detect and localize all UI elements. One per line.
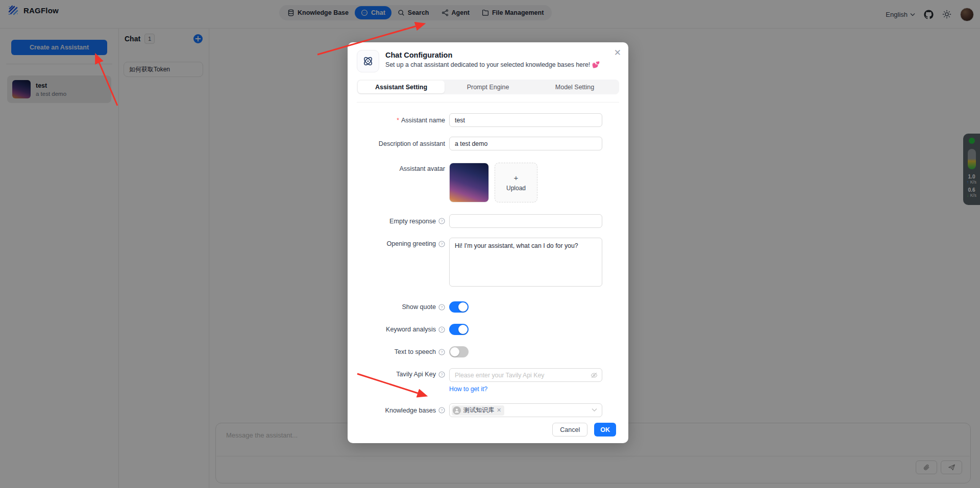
form-row-text-to-speech: Text to speech ? xyxy=(348,346,628,357)
svg-text:?: ? xyxy=(440,350,443,354)
form-row-keyword-analysis: Keyword analysis ? xyxy=(348,324,628,335)
required-mark: * xyxy=(397,117,399,124)
avatar-upload-button[interactable]: + Upload xyxy=(495,163,537,202)
form-row-avatar: Assistant avatar + Upload xyxy=(348,163,628,202)
tab-assistant-setting[interactable]: Assistant Setting xyxy=(358,81,445,93)
form-row-empty-response: Empty response ? xyxy=(348,214,628,228)
form-row-opening-greeting: Opening greeting ? Hi! I'm your assistan… xyxy=(348,238,628,289)
empty-response-input[interactable] xyxy=(449,214,602,228)
assistant-avatar-preview[interactable] xyxy=(449,163,489,202)
tag-remove-icon[interactable]: ✕ xyxy=(497,407,501,413)
svg-text:?: ? xyxy=(440,242,443,246)
tab-model-setting[interactable]: Model Setting xyxy=(531,81,618,93)
help-icon[interactable]: ? xyxy=(438,304,445,311)
ok-button[interactable]: OK xyxy=(594,423,616,436)
tavily-how-to-get-link[interactable]: How to get it? xyxy=(449,386,487,393)
cancel-button[interactable]: Cancel xyxy=(552,423,587,436)
close-icon[interactable]: ✕ xyxy=(614,48,621,57)
text-to-speech-toggle[interactable] xyxy=(449,346,469,357)
form-row-knowledge-bases: Knowledge bases ? 测试知识库 ✕ xyxy=(348,403,628,417)
modal-tabs: Assistant Setting Prompt Engine Model Se… xyxy=(357,80,619,94)
help-icon[interactable]: ? xyxy=(438,326,445,333)
svg-text:?: ? xyxy=(440,372,443,377)
svg-text:?: ? xyxy=(440,305,443,310)
help-icon[interactable]: ? xyxy=(438,407,445,414)
modal-title: Chat Configuration xyxy=(385,50,600,59)
assistant-name-input[interactable] xyxy=(449,113,602,127)
form-row-description: Description of assistant xyxy=(348,137,628,150)
tab-prompt-engine[interactable]: Prompt Engine xyxy=(445,81,531,93)
help-icon[interactable]: ? xyxy=(438,218,445,224)
kb-avatar-icon xyxy=(453,406,461,415)
opening-greeting-textarea[interactable]: Hi! I'm your assistant, what can I do fo… xyxy=(449,238,602,287)
chevron-down-icon xyxy=(592,408,597,412)
atom-icon xyxy=(361,55,375,68)
chat-configuration-modal: ✕ Chat Configuration Set up a chat assis… xyxy=(348,42,628,443)
help-icon[interactable]: ? xyxy=(438,241,445,247)
knowledge-base-tag: 测试知识库 ✕ xyxy=(452,405,504,416)
help-icon[interactable]: ? xyxy=(438,371,445,378)
keyword-analysis-toggle[interactable] xyxy=(449,324,469,335)
form-row-assistant-name: * Assistant name xyxy=(348,113,628,127)
form-row-show-quote: Show quote ? xyxy=(348,301,628,313)
knowledge-bases-select[interactable]: 测试知识库 ✕ xyxy=(449,403,602,417)
assistant-setting-form: * Assistant name Description of assistan… xyxy=(348,102,628,417)
svg-text:?: ? xyxy=(440,219,443,223)
modal-subtitle: Set up a chat assistant dedicated to you… xyxy=(385,61,600,68)
ragflow-app: RAGFlow Knowledge Base Chat xyxy=(0,0,980,488)
description-input[interactable] xyxy=(449,137,602,150)
chat-config-icon-box xyxy=(357,50,379,72)
svg-text:?: ? xyxy=(440,327,443,332)
svg-text:?: ? xyxy=(440,408,443,413)
plus-icon: + xyxy=(514,174,519,182)
help-icon[interactable]: ? xyxy=(438,349,445,355)
show-quote-toggle[interactable] xyxy=(449,301,469,313)
tavily-api-key-input[interactable] xyxy=(449,368,602,382)
eye-invisible-icon[interactable] xyxy=(591,372,598,379)
form-row-tavily-api-key: Tavily Api Key ? How to get it? xyxy=(348,368,628,393)
